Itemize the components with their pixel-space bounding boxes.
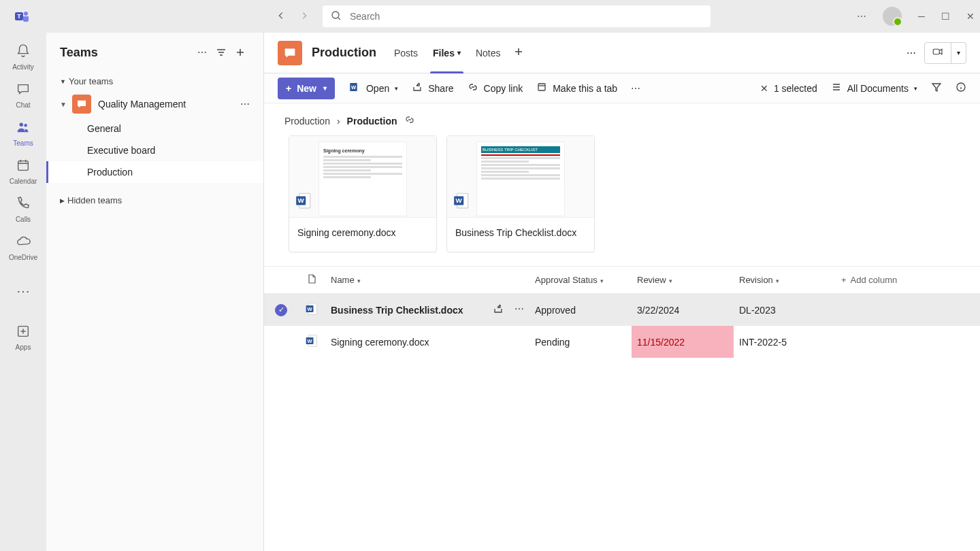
review-cell: 3/22/2024 xyxy=(632,294,734,327)
chevron-down-icon: ▾ xyxy=(669,278,672,284)
word-icon: W xyxy=(295,192,312,212)
chevron-down-icon: ▾ xyxy=(600,278,604,284)
table-row[interactable]: ✓ W Business Trip Checklist.docx⋯ Approv… xyxy=(264,294,980,327)
channel-header: Production Posts Files ▾ Notes ⋯ ▾ xyxy=(264,33,980,73)
row-more-button[interactable]: ⋯ xyxy=(514,303,524,316)
chat-icon xyxy=(16,82,31,100)
copy-link-button[interactable]: Copy link xyxy=(468,82,523,95)
channel-production[interactable]: Production xyxy=(46,161,263,183)
clear-selection-button[interactable]: ✕ 1 selected xyxy=(760,83,817,94)
table-row[interactable]: W Signing ceremony.docx Pending 11/15/20… xyxy=(264,326,980,358)
view-switcher[interactable]: All Documents ▾ xyxy=(831,82,917,95)
approval-header[interactable]: Approval Status▾ xyxy=(529,267,632,294)
app-rail: Activity Chat Teams Calendar Calls OneDr… xyxy=(0,33,46,551)
toolbar-more-button[interactable]: ⋯ xyxy=(631,83,640,94)
rail-onedrive[interactable]: OneDrive xyxy=(0,229,46,267)
tab-label: Files xyxy=(433,48,455,59)
window-maximize-icon[interactable]: ☐ xyxy=(941,11,950,22)
chevron-down-icon: ▾ xyxy=(395,85,398,92)
team-row[interactable]: ▼ Quality Management ⋯ xyxy=(46,90,263,118)
add-tab-button[interactable] xyxy=(513,46,524,59)
window-close-icon[interactable]: ✕ xyxy=(966,11,975,22)
channel-general[interactable]: General xyxy=(46,118,263,139)
card-thumbnail: BUSINESS TRIP CHECKLIST W xyxy=(447,136,594,218)
copy-link-label: Copy link xyxy=(484,83,523,94)
svg-rect-6 xyxy=(18,161,29,171)
svg-text:W: W xyxy=(308,338,313,344)
chevron-down-icon: ▾ xyxy=(914,85,917,92)
rail-activity[interactable]: Activity xyxy=(0,38,46,76)
chevron-down-icon: ▾ xyxy=(457,49,461,56)
file-name[interactable]: Business Trip Checklist.docx xyxy=(331,305,493,316)
channel-more-button[interactable]: ⋯ xyxy=(906,48,916,59)
type-header[interactable] xyxy=(298,267,325,294)
file-name[interactable]: Signing ceremony.docx xyxy=(331,337,429,348)
user-avatar[interactable] xyxy=(883,7,902,26)
nav-back-icon[interactable] xyxy=(276,11,286,22)
new-button[interactable]: + New ▾ xyxy=(278,78,335,99)
revision-cell: DL-2023 xyxy=(734,294,836,327)
svg-point-4 xyxy=(20,123,24,127)
svg-rect-11 xyxy=(538,84,545,90)
info-button[interactable] xyxy=(956,82,966,95)
rail-apps[interactable]: Apps xyxy=(0,318,46,356)
meet-dropdown[interactable]: ▾ xyxy=(951,43,966,63)
teams-add-button[interactable] xyxy=(231,43,250,62)
tab-posts[interactable]: Posts xyxy=(391,33,421,73)
rail-more[interactable]: ⋯ xyxy=(0,272,46,310)
rail-label: OneDrive xyxy=(9,254,37,261)
window-minimize-icon[interactable]: ─ xyxy=(918,11,925,22)
hidden-teams-section[interactable]: ▶ Hidden teams xyxy=(46,191,263,210)
name-header[interactable]: Name▾ xyxy=(325,267,529,294)
more-icon: ⋯ xyxy=(16,283,30,299)
document-cards: Signing ceremony W Signing ceremony.docx… xyxy=(264,135,980,266)
revision-header[interactable]: Revision▾ xyxy=(734,267,836,294)
card-filename: Business Trip Checklist.docx xyxy=(447,218,594,252)
rail-label: Calls xyxy=(16,216,31,223)
list-icon xyxy=(831,82,842,95)
document-card[interactable]: Signing ceremony W Signing ceremony.docx xyxy=(289,135,437,252)
rail-label: Activity xyxy=(12,63,34,71)
phone-icon xyxy=(16,196,31,214)
team-avatar-icon xyxy=(72,95,91,114)
open-button[interactable]: W Open ▾ xyxy=(348,81,398,95)
tab-files[interactable]: Files ▾ xyxy=(430,33,463,73)
add-column-button[interactable]: +Add column xyxy=(836,267,980,294)
teams-panel-title: Teams xyxy=(60,46,193,60)
filter-button[interactable] xyxy=(931,82,942,95)
channel-executive-board[interactable]: Executive board xyxy=(46,139,263,161)
select-all-header[interactable] xyxy=(264,267,298,294)
search-box[interactable] xyxy=(323,5,710,27)
selected-label: 1 selected xyxy=(774,83,817,94)
approval-cell: Pending xyxy=(529,326,632,358)
teams-panel: Teams ⋯ ▼ Your teams ▼ Quality Managemen… xyxy=(46,33,264,551)
document-card[interactable]: BUSINESS TRIP CHECKLIST W Business Trip … xyxy=(446,135,595,252)
share-button[interactable]: Share xyxy=(412,82,453,95)
share-icon xyxy=(412,82,423,95)
teams-more-button[interactable]: ⋯ xyxy=(193,43,212,62)
open-label: Open xyxy=(366,83,389,94)
svg-text:W: W xyxy=(456,197,463,204)
tab-notes[interactable]: Notes xyxy=(473,33,504,73)
calendar-icon xyxy=(16,158,31,176)
rail-teams[interactable]: Teams xyxy=(0,114,46,152)
meet-button[interactable]: ▾ xyxy=(924,42,966,64)
svg-text:W: W xyxy=(298,197,305,204)
rail-calls[interactable]: Calls xyxy=(0,190,46,229)
breadcrumb-root[interactable]: Production xyxy=(284,116,330,127)
more-options-icon[interactable]: ⋯ xyxy=(857,11,866,22)
rail-calendar[interactable]: Calendar xyxy=(0,152,46,190)
row-select-checkbox[interactable]: ✓ xyxy=(275,304,287,316)
new-label: New xyxy=(297,83,316,94)
breadcrumb: Production › Production xyxy=(264,103,980,135)
team-more-button[interactable]: ⋯ xyxy=(240,99,250,110)
share-icon[interactable] xyxy=(493,303,504,316)
rail-chat[interactable]: Chat xyxy=(0,76,46,114)
review-header[interactable]: Review▾ xyxy=(632,267,734,294)
link-icon[interactable] xyxy=(404,114,415,127)
your-teams-section[interactable]: ▼ Your teams xyxy=(46,72,263,90)
make-tab-button[interactable]: Make this a tab xyxy=(536,82,617,95)
nav-forward-icon[interactable] xyxy=(299,11,309,22)
teams-filter-button[interactable] xyxy=(212,43,231,62)
search-input[interactable] xyxy=(350,11,702,22)
